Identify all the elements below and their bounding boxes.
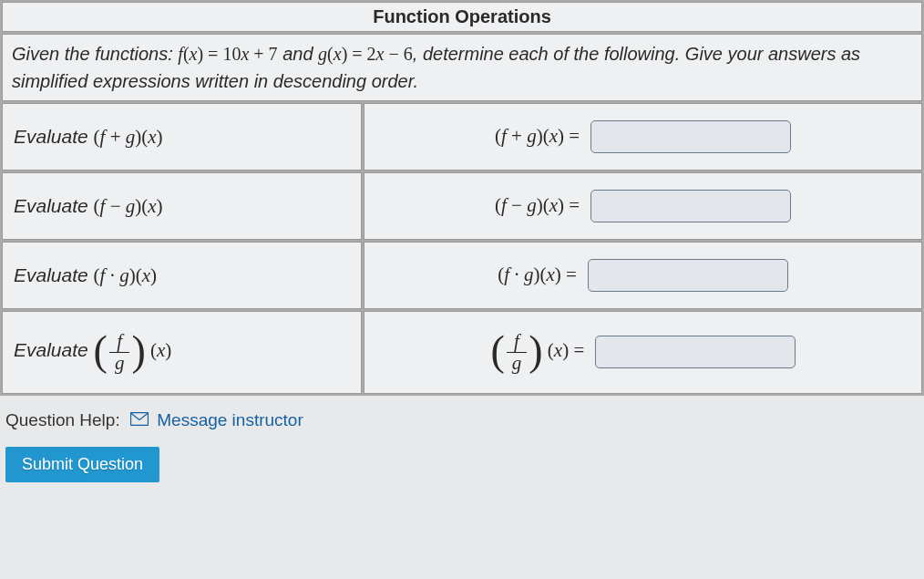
table-row: Evaluate (f − g)(x) (f − g)(x) = (2, 172, 922, 240)
row-label: Evaluate (fg) (x) (2, 311, 362, 394)
f-definition: f(x) = 10x + 7 (178, 44, 277, 64)
mail-icon (130, 410, 149, 430)
connector: and (282, 44, 318, 64)
submit-question-button[interactable]: Submit Question (5, 447, 159, 482)
row-input-cell: (f + g)(x) = (364, 103, 922, 171)
instructions: Given the functions: f(x) = 10x + 7 and … (2, 34, 922, 101)
rhs-fminusg: (f − g)(x) = (495, 194, 580, 216)
frac-num: f (507, 331, 528, 353)
answer-input-2[interactable] (590, 190, 791, 222)
frac-den: g (507, 353, 528, 374)
row-label: Evaluate (f · g)(x) (2, 242, 362, 309)
evaluate-label: Evaluate (14, 339, 94, 360)
op-fplusg: (f + g)(x) (94, 126, 163, 148)
question-table: Function Operations Given the functions:… (0, 0, 924, 396)
table-row: Evaluate (fg) (x) (fg) (x) = (2, 311, 922, 394)
message-instructor-link[interactable]: Message instructor (157, 410, 303, 429)
row-input-cell: (fg) (x) = (364, 311, 922, 394)
rhs-fdivg: (fg) (x) = (490, 339, 589, 361)
table-title: Function Operations (2, 2, 922, 32)
instructions-prefix: Given the functions: (12, 44, 178, 64)
op-arg: (x) (150, 339, 171, 361)
row-label: Evaluate (f + g)(x) (2, 103, 362, 171)
op-fdivg: (fg) (x) (94, 339, 172, 361)
question-help: Question Help: Message instructor (0, 396, 924, 441)
frac-den: g (109, 353, 130, 374)
table-row: Evaluate (f · g)(x) (f · g)(x) = (2, 242, 922, 309)
op-fminusg: (f − g)(x) (94, 195, 163, 217)
evaluate-label: Evaluate (14, 264, 94, 285)
answer-input-4[interactable] (595, 336, 796, 368)
help-label: Question Help: (5, 410, 120, 429)
op-ftimesg: (f · g)(x) (94, 264, 157, 286)
rhs-ftimesg: (f · g)(x) = (498, 264, 577, 285)
rhs-fplusg: (f + g)(x) = (495, 125, 580, 147)
frac-num: f (109, 331, 130, 353)
g-definition: g(x) = 2x − 6 (318, 44, 413, 64)
evaluate-label: Evaluate (14, 195, 94, 216)
row-input-cell: (f − g)(x) = (364, 172, 922, 240)
row-label: Evaluate (f − g)(x) (2, 172, 362, 240)
evaluate-label: Evaluate (14, 126, 94, 147)
answer-input-1[interactable] (590, 120, 791, 153)
row-input-cell: (f · g)(x) = (364, 242, 922, 309)
table-row: Evaluate (f + g)(x) (f + g)(x) = (2, 103, 922, 171)
answer-input-3[interactable] (588, 259, 788, 292)
rhs-arg: (x) = (548, 339, 584, 361)
